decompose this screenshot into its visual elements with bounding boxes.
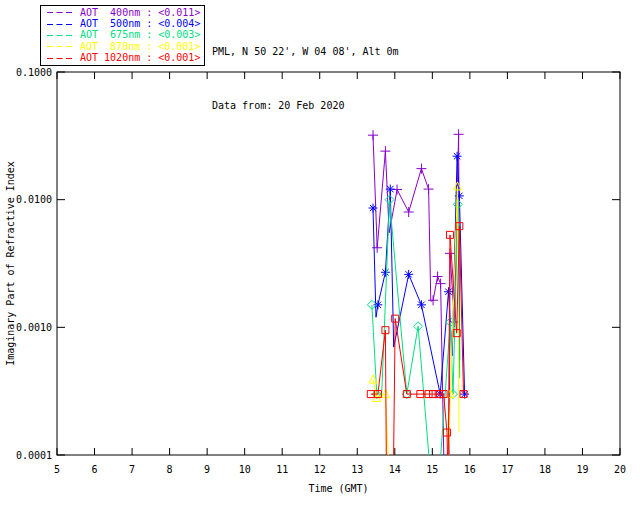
y-axis: 0.10000.01000.00100.0001 [16, 67, 620, 461]
y-tick-label: 0.0001 [16, 450, 52, 461]
x-tick-label: 6 [92, 464, 98, 475]
x-axis-label: Time (GMT) [308, 483, 368, 494]
x-tick-label: 18 [539, 464, 551, 475]
x-axis: 567891011121314151617181920 [54, 72, 626, 475]
x-tick-label: 11 [276, 464, 288, 475]
x-tick-label: 7 [129, 464, 135, 475]
figure: AOT 400nm : <0.011>AOT 500nm : <0.004>AO… [0, 0, 640, 512]
x-tick-label: 12 [314, 464, 326, 475]
x-tick-label: 20 [614, 464, 626, 475]
axes [57, 72, 620, 455]
x-tick-label: 16 [464, 464, 476, 475]
x-tick-label: 14 [389, 464, 401, 475]
plot-svg: 5678910111213141516171819200.10000.01000… [0, 0, 640, 512]
x-tick-label: 15 [426, 464, 438, 475]
x-tick-label: 17 [501, 464, 513, 475]
y-tick-label: 0.1000 [16, 67, 52, 78]
y-axis-label: Imaginary Part of Refractive Index [5, 161, 16, 366]
x-tick-label: 5 [54, 464, 60, 475]
y-tick-label: 0.0010 [16, 322, 52, 333]
plot-frame [57, 72, 620, 455]
x-tick-label: 9 [204, 464, 210, 475]
x-tick-label: 10 [239, 464, 251, 475]
y-tick-label: 0.0100 [16, 194, 52, 205]
x-tick-label: 8 [167, 464, 173, 475]
x-tick-label: 19 [576, 464, 588, 475]
x-tick-label: 13 [351, 464, 363, 475]
